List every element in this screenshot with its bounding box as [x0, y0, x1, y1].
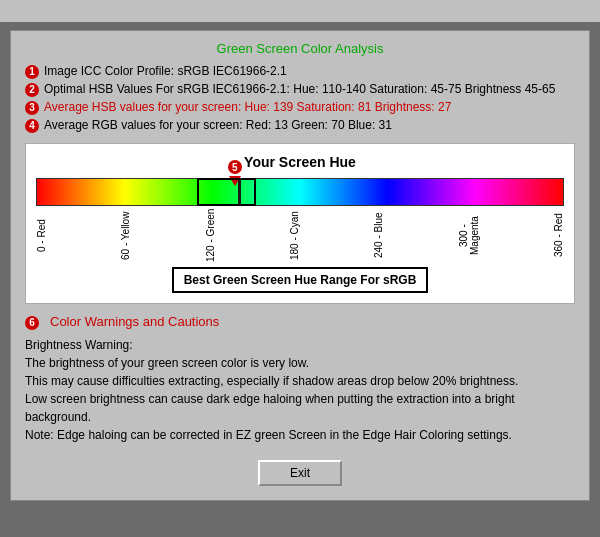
hue-bar-wrapper: 5: [36, 178, 564, 206]
axis-label: 120 - Green: [205, 208, 216, 263]
main-panel: Green Screen Color Analysis 1Image ICC C…: [10, 30, 590, 501]
info-row: 4Average RGB values for your screen: Red…: [25, 118, 575, 133]
axis-labels: 0 - Red60 - Yellow120 - Green180 - Cyan2…: [36, 208, 564, 263]
info-row: 1Image ICC Color Profile: sRGB IEC61966-…: [25, 64, 575, 79]
row-badge: 1: [25, 65, 39, 79]
row-badge: 2: [25, 83, 39, 97]
info-rows: 1Image ICC Color Profile: sRGB IEC61966-…: [25, 64, 575, 133]
axis-label: 60 - Yellow: [120, 208, 131, 263]
warning-line: This may cause difficulties extracting, …: [25, 372, 575, 390]
warnings-badge: 6: [25, 316, 39, 330]
row-text: Average HSB values for your screen: Hue:…: [44, 100, 451, 114]
green-bracket: [197, 178, 256, 206]
warnings-section: 6 Color Warnings and Cautions Brightness…: [25, 314, 575, 444]
best-range-label: Best Green Screen Hue Range For sRGB: [172, 267, 429, 293]
hue-bar: [36, 178, 564, 206]
exit-button[interactable]: Exit: [258, 460, 342, 486]
top-bar: [0, 0, 600, 22]
axis-label: 180 - Cyan: [289, 208, 300, 263]
info-row: 2Optimal HSB Values For sRGB IEC61966-2.…: [25, 82, 575, 97]
axis-label: 300 - Magenta: [458, 208, 480, 263]
row-badge: 4: [25, 119, 39, 133]
axis-label: 0 - Red: [36, 208, 47, 263]
hue-title: Your Screen Hue: [244, 154, 356, 170]
warning-line: The brightness of your green screen colo…: [25, 354, 575, 372]
exit-section: Exit: [25, 460, 575, 486]
row-text: Optimal HSB Values For sRGB IEC61966-2.1…: [44, 82, 555, 96]
info-row: 3Average HSB values for your screen: Hue…: [25, 100, 575, 115]
marker-badge: 5: [228, 160, 242, 174]
row-text: Average RGB values for your screen: Red:…: [44, 118, 392, 132]
warning-line: Low screen brightness can cause dark edg…: [25, 390, 575, 426]
warnings-title-text: Color Warnings and Cautions: [50, 314, 219, 329]
warning-line: Note: Edge haloing can be corrected in E…: [25, 426, 575, 444]
warning-line: Brightness Warning:: [25, 336, 575, 354]
warning-text: Brightness Warning:The brightness of you…: [25, 336, 575, 444]
axis-label: 240 - Blue: [373, 208, 384, 263]
row-badge: 3: [25, 101, 39, 115]
hue-container: Your Screen Hue 5 0 - Red60 - Yellow120 …: [25, 143, 575, 304]
page-title: Green Screen Color Analysis: [25, 41, 575, 56]
axis-label: 360 - Red: [553, 208, 564, 263]
row-text: Image ICC Color Profile: sRGB IEC61966-2…: [44, 64, 287, 78]
warnings-title: 6 Color Warnings and Cautions: [25, 314, 575, 330]
